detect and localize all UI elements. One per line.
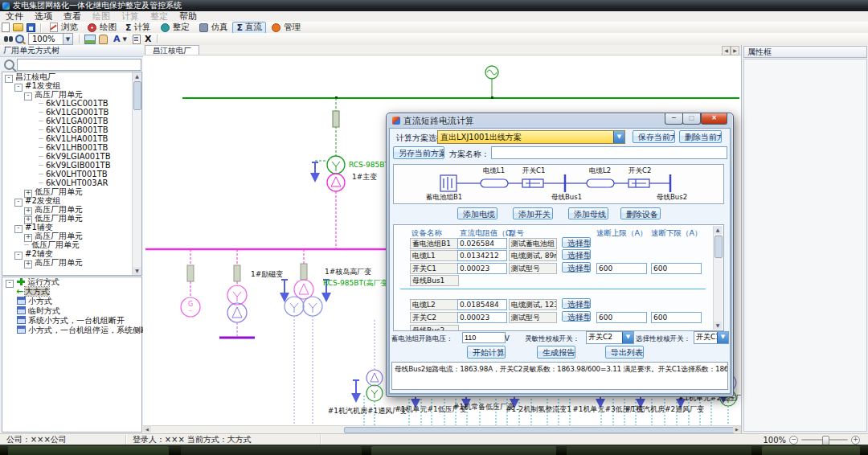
- zoom-level-combo[interactable]: 100% ▼: [28, 33, 73, 45]
- scroll-up-icon[interactable]: ▲: [133, 72, 141, 80]
- scroll-down-icon[interactable]: ▼: [714, 322, 722, 330]
- chevron-down-icon[interactable]: ▼: [613, 131, 624, 143]
- find-icon[interactable]: [4, 36, 8, 42]
- generator-symbol[interactable]: [485, 66, 498, 99]
- add-switch-button[interactable]: 添加开关: [513, 207, 553, 219]
- main-transformer-branch[interactable]: RCS-985BT 1#主变: [312, 96, 389, 248]
- zoom-magnifier-icon[interactable]: [15, 35, 24, 43]
- image-tool-icon[interactable]: [84, 35, 96, 44]
- start-calculation-button[interactable]: 开始计算: [467, 346, 506, 359]
- scrollbar-thumb[interactable]: [714, 236, 723, 258]
- run-mode-item[interactable]: 系统小方式，一台机组断开: [2, 316, 141, 326]
- save-icon[interactable]: [27, 23, 35, 32]
- tree-item[interactable]: 低压厂用单元: [2, 240, 141, 249]
- breaker-symbol[interactable]: [333, 111, 339, 127]
- select-model-button[interactable]: 选择型号: [562, 262, 591, 273]
- resistance-field[interactable]: 0.00023: [457, 312, 507, 323]
- tree-item[interactable]: 6kV0LHT003AR: [2, 178, 141, 187]
- menu-view[interactable]: 查看: [58, 11, 87, 22]
- new-file-icon[interactable]: [2, 23, 10, 32]
- run-mode-item[interactable]: 小方式，一台机组停运，系统侧断开: [2, 326, 141, 335]
- menu-help[interactable]: 帮助: [174, 11, 203, 22]
- tree-item[interactable]: 6kV0LHT001TB: [2, 170, 141, 178]
- tree-item[interactable]: +低压厂用单元: [2, 187, 141, 196]
- scroll-down-icon[interactable]: ▼: [133, 267, 141, 275]
- tree-item[interactable]: -#2辅变: [2, 249, 141, 258]
- collapse-icon[interactable]: -: [5, 75, 13, 83]
- tree-item[interactable]: 6kV1LGD001TB: [2, 108, 141, 117]
- canvas-horizontal-scrollbar[interactable]: ◀ ▶: [143, 425, 741, 433]
- tree-item[interactable]: 6kV9LGIA001TB: [2, 152, 141, 161]
- tab-changjiang-plant[interactable]: 昌江核电厂: [145, 45, 199, 55]
- browse-button[interactable]: 浏览: [44, 22, 82, 34]
- menu-options[interactable]: 选项: [29, 11, 58, 22]
- menu-file[interactable]: 文件: [0, 11, 29, 22]
- delete-scheme-button[interactable]: 删除当前方案: [679, 130, 722, 143]
- add-bus-button[interactable]: 添加母线: [568, 207, 608, 219]
- sensitivity-switch-combo[interactable]: 开关C2 ▼: [586, 331, 634, 344]
- expand-icon[interactable]: +: [24, 260, 32, 268]
- collapse-icon[interactable]: -: [14, 252, 23, 260]
- battery-voltage-input[interactable]: [462, 332, 506, 343]
- save-as-scheme-button[interactable]: 另存当前方案: [393, 146, 444, 159]
- collapse-icon[interactable]: -: [14, 225, 23, 233]
- breaker-symbol[interactable]: [301, 264, 307, 280]
- minimize-button[interactable]: ─: [665, 113, 683, 125]
- close-button[interactable]: ×: [701, 113, 727, 125]
- select-model-button[interactable]: 选择型号: [562, 298, 591, 309]
- setting-button[interactable]: 整定: [155, 22, 194, 34]
- select-model-button[interactable]: 选择型号: [562, 311, 591, 322]
- manage-button[interactable]: 管理: [266, 22, 305, 34]
- calculate-button[interactable]: Σ计算: [121, 22, 155, 34]
- tree-item[interactable]: 6kV9LGIB001TB: [2, 161, 141, 170]
- tree-item[interactable]: -高压厂用单元: [2, 90, 141, 99]
- zoom-slider[interactable]: [801, 439, 848, 441]
- excitation-transformer-branch[interactable]: 1#励磁变: [219, 249, 283, 338]
- select-model-button[interactable]: 选择型号: [562, 249, 591, 260]
- collapse-icon[interactable]: -: [24, 92, 32, 100]
- select-model-button[interactable]: 选择型号: [562, 237, 591, 248]
- lower-limit-field[interactable]: 600: [651, 312, 702, 323]
- dc-short-circuit-dialog[interactable]: 直流短路电流计算 ─ □ × 计算方案选择： 直出LXJ1001出线方案 ▼ 保…: [386, 113, 734, 397]
- tree-item[interactable]: 6kV1LHA001TB: [2, 134, 141, 143]
- resistance-field[interactable]: 0.026584: [457, 238, 507, 249]
- upper-limit-field[interactable]: 600: [596, 263, 647, 274]
- pan-hand-icon[interactable]: [99, 35, 108, 44]
- resistance-field[interactable]: 0.0134212: [457, 250, 507, 261]
- scroll-up-icon[interactable]: ▲: [714, 226, 722, 234]
- tree-item[interactable]: -#1辅变: [2, 223, 141, 232]
- tree-item[interactable]: +高压厂用单元: [2, 205, 141, 214]
- collapse-icon[interactable]: -: [6, 280, 14, 288]
- lower-limit-field[interactable]: 600: [651, 263, 702, 274]
- run-mode-item[interactable]: 临时方式: [2, 306, 141, 316]
- scroll-right-icon[interactable]: ▶: [733, 426, 741, 432]
- resistance-field[interactable]: 0.00023: [457, 263, 507, 274]
- breaker-symbol[interactable]: [234, 265, 240, 281]
- station-generator-branch[interactable]: G ∼: [181, 249, 200, 317]
- calculation-result-box[interactable]: 母线Bus2短路电流：1863.98A，开关C2灵敏系数：1863.98/600…: [391, 362, 728, 390]
- collapse-icon[interactable]: -: [14, 199, 23, 207]
- open-file-icon[interactable]: [13, 23, 23, 31]
- scroll-left-icon[interactable]: ◀: [143, 426, 151, 432]
- font-tool[interactable]: A▼: [109, 33, 131, 45]
- tree-item[interactable]: +高压厂用单元: [2, 232, 141, 240]
- tree-item[interactable]: 6kV1LHB001TB: [2, 143, 141, 152]
- collapse-icon[interactable]: -: [14, 84, 23, 92]
- simulation-button[interactable]: 仿真: [194, 22, 232, 34]
- run-mode-item[interactable]: 小方式: [2, 297, 141, 306]
- breaker-symbol[interactable]: [187, 265, 194, 281]
- chevron-down-icon[interactable]: ▼: [717, 332, 728, 343]
- tree-scrollbar[interactable]: ▲ ▼: [132, 72, 141, 275]
- export-list-button[interactable]: 导出列表: [605, 346, 644, 359]
- draw-button[interactable]: 绘图: [82, 22, 121, 34]
- scrollbar-thumb[interactable]: [344, 427, 735, 433]
- chevron-down-icon[interactable]: ▼: [63, 34, 72, 44]
- tree-item[interactable]: 6kV1LGB001TB: [2, 125, 141, 134]
- scheme-name-input[interactable]: [491, 146, 727, 159]
- upper-limit-field[interactable]: 600: [596, 312, 647, 323]
- tree-item[interactable]: -#1发变组: [2, 81, 141, 90]
- tree-item[interactable]: 6kV1LGA001TB: [2, 117, 141, 125]
- tree-item[interactable]: 6kV1LGC001TB: [2, 99, 141, 108]
- text-box-icon[interactable]: [133, 35, 141, 44]
- os-taskbar[interactable]: [0, 445, 868, 455]
